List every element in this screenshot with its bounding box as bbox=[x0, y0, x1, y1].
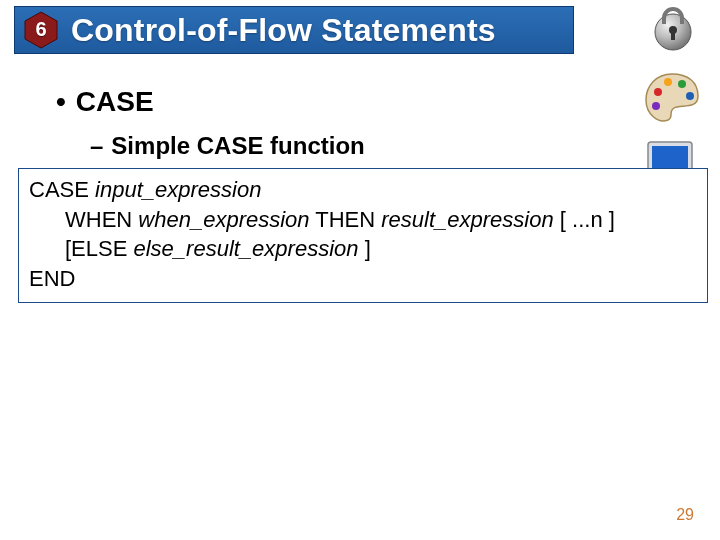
lock-icon bbox=[648, 4, 698, 54]
bullet-level-1: •CASE bbox=[56, 86, 154, 118]
slide-title-bar: 6 Control-of-Flow Statements bbox=[14, 6, 574, 54]
svg-point-6 bbox=[678, 80, 686, 88]
code-line-4: END bbox=[29, 264, 697, 294]
palette-icon bbox=[642, 68, 702, 128]
code-line-3: [ELSE else_result_expression ] bbox=[29, 234, 697, 264]
svg-point-4 bbox=[654, 88, 662, 96]
bullet-sub-text: Simple CASE function bbox=[111, 132, 364, 159]
code-line-1: CASE input_expression bbox=[29, 175, 697, 205]
svg-rect-3 bbox=[671, 32, 675, 40]
bullet-main-text: CASE bbox=[76, 86, 154, 117]
bullet-level-2: –Simple CASE function bbox=[90, 132, 365, 160]
svg-point-7 bbox=[686, 92, 694, 100]
chapter-badge: 6 bbox=[21, 10, 61, 50]
page-number: 29 bbox=[676, 506, 694, 524]
svg-point-8 bbox=[652, 102, 660, 110]
syntax-box: CASE input_expression WHEN when_expressi… bbox=[18, 168, 708, 303]
bullet-dash: – bbox=[90, 132, 103, 159]
slide-title: Control-of-Flow Statements bbox=[71, 12, 496, 49]
svg-point-5 bbox=[664, 78, 672, 86]
code-line-2: WHEN when_expression THEN result_express… bbox=[29, 205, 697, 235]
chapter-number: 6 bbox=[35, 18, 46, 41]
bullet-dot: • bbox=[56, 86, 66, 117]
svg-rect-10 bbox=[652, 146, 688, 170]
